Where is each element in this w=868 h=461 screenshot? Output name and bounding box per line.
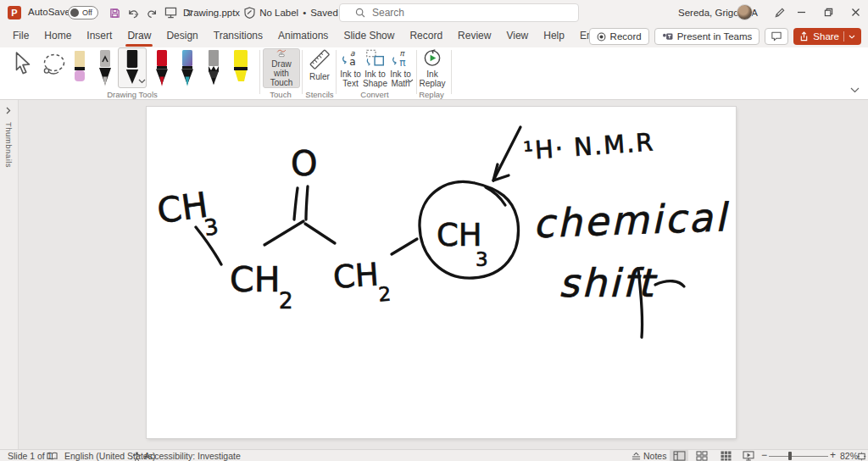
thumbnails-pane-label: Thumbnails [4, 122, 14, 168]
ink-replay-label: Ink Replay [418, 69, 447, 88]
undo-button[interactable] [124, 4, 142, 21]
zoom-slider-thumb[interactable] [788, 452, 792, 460]
ink-to-math-button[interactable]: π π Ink to Math [387, 48, 414, 88]
tab-review[interactable]: Review [450, 25, 498, 47]
spellcheck-book-icon[interactable] [47, 452, 58, 461]
expand-thumbnails-chevron-icon[interactable] [6, 107, 11, 114]
accessibility-status[interactable]: Accessibility: Investigate [144, 451, 241, 461]
start-slideshow-button[interactable] [161, 4, 180, 21]
powerpoint-logo-icon: P [8, 6, 21, 19]
highlighter-icon [231, 49, 251, 88]
present-in-teams-label: Present in Teams [677, 31, 753, 42]
ink-to-text-label: Ink to Text [338, 69, 364, 88]
fit-to-window-icon[interactable] [857, 452, 866, 461]
thumbnails-pane-collapsed[interactable]: Thumbnails [0, 100, 19, 449]
ink-text-methylene-right-sub: 2 [378, 282, 392, 305]
autosave-label: AutoSave [28, 7, 70, 17]
ink-replay-button[interactable]: Ink Replay [419, 48, 446, 88]
tab-transitions[interactable]: Transitions [206, 25, 270, 47]
red-pen-icon [153, 49, 170, 88]
ink-text-methylene-left: CH [230, 259, 280, 300]
slide-sorter-view-button[interactable] [693, 450, 711, 461]
zoom-in-button[interactable]: + [830, 449, 836, 461]
tab-insert[interactable]: Insert [79, 25, 120, 47]
eraser-tool[interactable] [71, 49, 88, 92]
comments-button[interactable] [765, 28, 788, 45]
tab-record[interactable]: Record [402, 25, 450, 47]
tab-help[interactable]: Help [536, 25, 572, 47]
document-title[interactable]: Drawing.pptx [183, 8, 240, 18]
lasso-select-button[interactable] [41, 53, 68, 81]
silver-pen-icon [97, 49, 114, 88]
autosave-toggle[interactable]: Off [68, 6, 98, 19]
ruler-icon [308, 48, 331, 70]
monitor-icon [164, 7, 177, 19]
highlighter-tool[interactable] [231, 49, 251, 92]
collapse-ribbon-chevron-icon[interactable] [850, 87, 860, 93]
close-icon [851, 8, 860, 17]
save-button[interactable] [105, 4, 124, 21]
notes-button[interactable]: Notes [643, 451, 666, 461]
ink-text-methyl-left: CH [155, 185, 211, 232]
pencil-tool[interactable] [205, 49, 222, 92]
ink-bond-line [264, 221, 303, 245]
tab-design[interactable]: Design [159, 25, 205, 47]
user-avatar[interactable] [737, 4, 753, 20]
touch-hand-icon [268, 49, 295, 58]
reading-view-button[interactable] [716, 450, 735, 461]
slideshow-view-button[interactable] [739, 450, 758, 461]
black-pen-tool-selected[interactable] [118, 47, 147, 88]
workspace: Thumbnails CH 3 CH 2 O [0, 100, 868, 449]
close-button[interactable] [843, 0, 868, 25]
slide-canvas[interactable]: CH 3 CH 2 O CH 2 [147, 107, 736, 438]
tab-view[interactable]: View [498, 25, 536, 47]
ink-text-methylene-right: CH [332, 256, 381, 296]
group-separator [451, 50, 452, 94]
zoom-slider-track[interactable] [769, 456, 828, 457]
group-separator [416, 50, 417, 94]
language-indicator[interactable]: English (United States) [64, 451, 155, 461]
search-bar[interactable] [339, 3, 579, 22]
present-in-teams-button[interactable]: Present in Teams [654, 28, 760, 45]
ink-to-text-button[interactable]: a a Ink to Text [338, 48, 363, 88]
minimize-icon [797, 8, 806, 17]
tab-home[interactable]: Home [36, 25, 79, 47]
chevron-down-icon [407, 79, 414, 83]
record-button[interactable]: Record [589, 28, 649, 45]
lasso-icon [41, 53, 68, 78]
chevron-down-icon[interactable] [138, 79, 146, 84]
tab-draw[interactable]: Draw [120, 25, 159, 47]
sensitivity-label[interactable]: No Label [259, 8, 298, 18]
zoom-level[interactable]: 82% [840, 451, 858, 461]
tab-animations[interactable]: Animations [270, 25, 336, 47]
share-icon [799, 31, 809, 42]
restore-button[interactable] [815, 0, 841, 25]
draw-with-touch-button[interactable]: Draw with Touch [263, 48, 300, 88]
share-divider [843, 31, 844, 42]
ink-to-shape-button[interactable]: Ink to Shape [363, 48, 387, 88]
ink-double-bond-line [294, 188, 298, 219]
group-separator [259, 50, 260, 94]
minimize-button[interactable] [788, 0, 814, 25]
zoom-out-button[interactable]: − [761, 449, 767, 461]
eraser-icon [71, 49, 88, 88]
ink-double-bond-line [306, 186, 308, 219]
tab-file[interactable]: File [5, 25, 36, 47]
redo-button[interactable] [142, 4, 161, 21]
normal-view-button[interactable] [670, 450, 688, 461]
sensitivity-shield-icon [244, 7, 255, 19]
silver-pen-tool[interactable] [97, 49, 114, 92]
ink-drawing: CH 3 CH 2 O CH 2 [147, 107, 736, 438]
search-input[interactable] [372, 7, 559, 19]
accessibility-icon[interactable] [132, 452, 142, 461]
red-pen-tool[interactable] [153, 49, 170, 92]
tab-slide-show[interactable]: Slide Show [336, 25, 402, 47]
ink-text-chemical: chemical [532, 194, 732, 247]
select-tool-button[interactable] [12, 51, 34, 80]
pen-edit-icon [774, 7, 786, 19]
share-button[interactable]: Share [793, 28, 861, 45]
save-icon [109, 8, 120, 19]
powerpoint-window: P AutoSave Off [0, 0, 868, 461]
galaxy-pen-tool[interactable] [179, 49, 196, 92]
ruler-button[interactable]: Ruler [303, 48, 336, 88]
